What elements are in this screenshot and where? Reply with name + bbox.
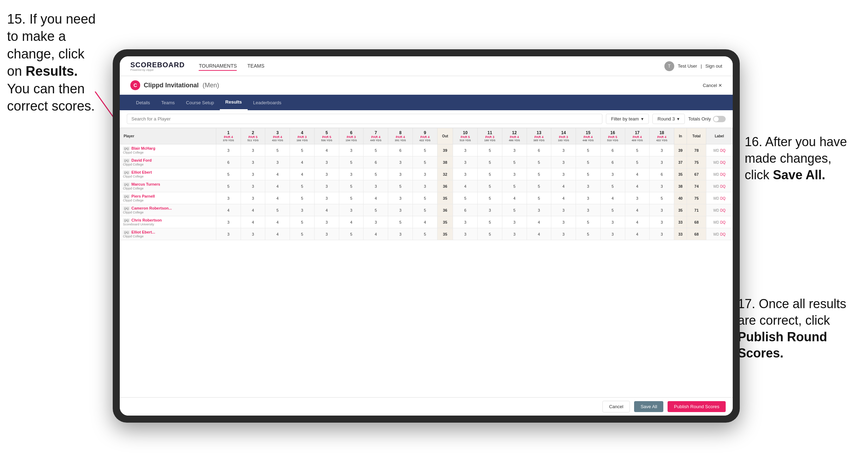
score-back-4-2[interactable]: 4 bbox=[502, 192, 527, 204]
score-front-7-1[interactable]: 3 bbox=[241, 228, 265, 240]
score-back-1-0[interactable]: 3 bbox=[453, 156, 478, 168]
score-back-0-1[interactable]: 5 bbox=[478, 144, 502, 156]
score-back-5-1[interactable]: 3 bbox=[478, 204, 502, 216]
publish-round-scores-button[interactable]: Publish Round Scores bbox=[668, 401, 726, 412]
score-front-6-5[interactable]: 4 bbox=[339, 216, 364, 228]
filter-by-team-btn[interactable]: Filter by team ▾ bbox=[606, 114, 649, 124]
score-front-6-8[interactable]: 4 bbox=[413, 216, 437, 228]
score-back-4-7[interactable]: 3 bbox=[625, 192, 650, 204]
score-front-7-7[interactable]: 3 bbox=[388, 228, 413, 240]
score-front-0-3[interactable]: 5 bbox=[290, 144, 315, 156]
score-back-2-6[interactable]: 3 bbox=[600, 168, 625, 180]
score-front-5-2[interactable]: 5 bbox=[265, 204, 290, 216]
score-front-2-1[interactable]: 3 bbox=[241, 168, 265, 180]
score-back-7-5[interactable]: 5 bbox=[576, 228, 601, 240]
score-front-2-3[interactable]: 4 bbox=[290, 168, 315, 180]
score-front-2-0[interactable]: 5 bbox=[216, 168, 241, 180]
score-front-0-5[interactable]: 3 bbox=[339, 144, 364, 156]
score-back-2-7[interactable]: 4 bbox=[625, 168, 650, 180]
score-back-5-6[interactable]: 5 bbox=[600, 204, 625, 216]
tab-results[interactable]: Results bbox=[220, 95, 248, 110]
score-front-2-2[interactable]: 4 bbox=[265, 168, 290, 180]
score-back-1-5[interactable]: 5 bbox=[576, 156, 601, 168]
score-back-7-0[interactable]: 3 bbox=[453, 228, 478, 240]
score-back-7-3[interactable]: 4 bbox=[527, 228, 551, 240]
score-front-6-2[interactable]: 4 bbox=[265, 216, 290, 228]
score-front-1-8[interactable]: 5 bbox=[413, 156, 437, 168]
score-back-7-8[interactable]: 3 bbox=[650, 228, 674, 240]
score-front-7-6[interactable]: 4 bbox=[364, 228, 388, 240]
score-front-1-6[interactable]: 6 bbox=[364, 156, 388, 168]
score-back-3-8[interactable]: 3 bbox=[650, 180, 674, 192]
score-front-1-2[interactable]: 3 bbox=[265, 156, 290, 168]
score-front-5-1[interactable]: 4 bbox=[241, 204, 265, 216]
score-back-3-5[interactable]: 3 bbox=[576, 180, 601, 192]
score-back-0-7[interactable]: 5 bbox=[625, 144, 650, 156]
score-front-7-4[interactable]: 3 bbox=[314, 228, 339, 240]
score-back-0-3[interactable]: 6 bbox=[527, 144, 551, 156]
score-front-6-7[interactable]: 5 bbox=[388, 216, 413, 228]
score-back-0-6[interactable]: 6 bbox=[600, 144, 625, 156]
score-back-2-0[interactable]: 3 bbox=[453, 168, 478, 180]
score-front-1-0[interactable]: 6 bbox=[216, 156, 241, 168]
tab-leaderboards[interactable]: Leaderboards bbox=[248, 95, 287, 110]
score-front-0-6[interactable]: 5 bbox=[364, 144, 388, 156]
score-front-7-2[interactable]: 4 bbox=[265, 228, 290, 240]
score-back-7-4[interactable]: 3 bbox=[551, 228, 576, 240]
score-front-1-3[interactable]: 4 bbox=[290, 156, 315, 168]
score-back-3-0[interactable]: 4 bbox=[453, 180, 478, 192]
score-back-4-3[interactable]: 5 bbox=[527, 192, 551, 204]
score-back-6-5[interactable]: 5 bbox=[576, 216, 601, 228]
score-front-4-6[interactable]: 4 bbox=[364, 192, 388, 204]
score-front-4-7[interactable]: 3 bbox=[388, 192, 413, 204]
score-back-0-4[interactable]: 3 bbox=[551, 144, 576, 156]
score-back-3-7[interactable]: 4 bbox=[625, 180, 650, 192]
score-back-0-2[interactable]: 3 bbox=[502, 144, 527, 156]
score-back-3-2[interactable]: 5 bbox=[502, 180, 527, 192]
score-back-0-8[interactable]: 3 bbox=[650, 144, 674, 156]
score-back-5-2[interactable]: 5 bbox=[502, 204, 527, 216]
score-back-5-0[interactable]: 6 bbox=[453, 204, 478, 216]
score-front-0-4[interactable]: 4 bbox=[314, 144, 339, 156]
search-input[interactable] bbox=[127, 114, 602, 124]
score-front-3-1[interactable]: 3 bbox=[241, 180, 265, 192]
score-back-3-3[interactable]: 5 bbox=[527, 180, 551, 192]
score-back-6-4[interactable]: 3 bbox=[551, 216, 576, 228]
score-back-0-0[interactable]: 3 bbox=[453, 144, 478, 156]
score-front-4-1[interactable]: 3 bbox=[241, 192, 265, 204]
score-back-4-0[interactable]: 5 bbox=[453, 192, 478, 204]
score-front-4-8[interactable]: 5 bbox=[413, 192, 437, 204]
score-back-2-3[interactable]: 5 bbox=[527, 168, 551, 180]
score-front-0-1[interactable]: 3 bbox=[241, 144, 265, 156]
score-front-4-0[interactable]: 3 bbox=[216, 192, 241, 204]
score-back-6-8[interactable]: 3 bbox=[650, 216, 674, 228]
score-back-6-0[interactable]: 3 bbox=[453, 216, 478, 228]
score-back-2-1[interactable]: 5 bbox=[478, 168, 502, 180]
score-back-1-2[interactable]: 5 bbox=[502, 156, 527, 168]
score-front-6-0[interactable]: 3 bbox=[216, 216, 241, 228]
totals-only-toggle[interactable]: Totals Only bbox=[688, 116, 726, 122]
score-back-4-8[interactable]: 5 bbox=[650, 192, 674, 204]
score-back-4-6[interactable]: 4 bbox=[600, 192, 625, 204]
score-back-7-2[interactable]: 3 bbox=[502, 228, 527, 240]
score-front-3-6[interactable]: 3 bbox=[364, 180, 388, 192]
score-back-7-7[interactable]: 4 bbox=[625, 228, 650, 240]
score-back-2-4[interactable]: 3 bbox=[551, 168, 576, 180]
score-front-0-8[interactable]: 5 bbox=[413, 144, 437, 156]
score-back-4-1[interactable]: 5 bbox=[478, 192, 502, 204]
score-front-3-4[interactable]: 3 bbox=[314, 180, 339, 192]
score-back-1-8[interactable]: 3 bbox=[650, 156, 674, 168]
score-front-5-7[interactable]: 3 bbox=[388, 204, 413, 216]
tab-details[interactable]: Details bbox=[130, 95, 156, 110]
score-back-0-5[interactable]: 5 bbox=[576, 144, 601, 156]
score-front-6-6[interactable]: 3 bbox=[364, 216, 388, 228]
score-front-5-0[interactable]: 4 bbox=[216, 204, 241, 216]
score-back-1-1[interactable]: 5 bbox=[478, 156, 502, 168]
score-front-3-5[interactable]: 5 bbox=[339, 180, 364, 192]
score-front-3-8[interactable]: 3 bbox=[413, 180, 437, 192]
score-front-4-2[interactable]: 4 bbox=[265, 192, 290, 204]
tournament-cancel-btn[interactable]: Cancel ✕ bbox=[703, 83, 722, 88]
toggle-switch[interactable] bbox=[713, 116, 726, 122]
nav-teams[interactable]: TEAMS bbox=[247, 62, 264, 71]
score-front-1-1[interactable]: 3 bbox=[241, 156, 265, 168]
